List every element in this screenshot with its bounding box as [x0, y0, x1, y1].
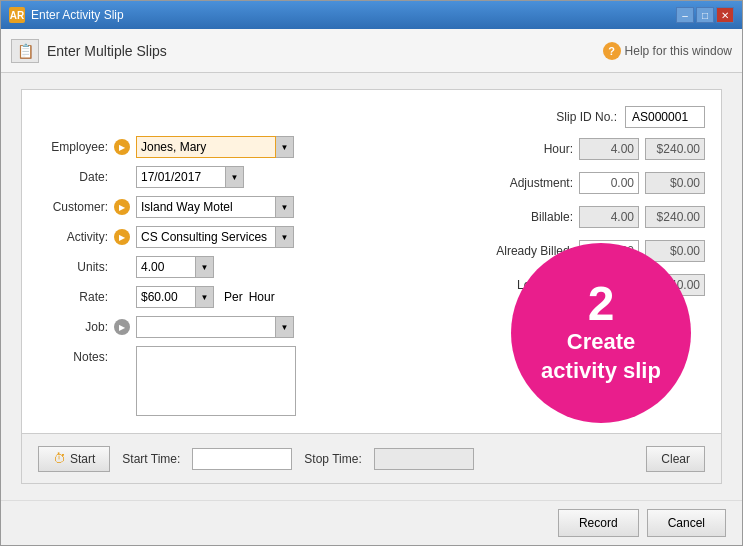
- employee-label: Employee:: [38, 140, 108, 154]
- job-row: Job: ▶ ▼: [38, 316, 455, 338]
- slip-id-input[interactable]: [625, 106, 705, 128]
- units-dropdown-arrow[interactable]: ▼: [196, 256, 214, 278]
- employee-row: Employee: ▶ ▼: [38, 136, 455, 158]
- slip-id-label: Slip ID No.:: [556, 110, 617, 124]
- rate-dropdown-arrow[interactable]: ▼: [196, 286, 214, 308]
- already-billed-label: Already Billed:: [483, 244, 573, 258]
- toolbar-icon: 📋: [11, 39, 39, 63]
- start-label: Start: [70, 452, 95, 466]
- adjustment-value[interactable]: [579, 172, 639, 194]
- activity-dropdown-arrow[interactable]: ▼: [276, 226, 294, 248]
- notes-textarea[interactable]: [136, 346, 296, 416]
- activity-row: Activity: ▶ ▼: [38, 226, 455, 248]
- start-time-label: Start Time:: [122, 452, 180, 466]
- toolbar-left: 📋 Enter Multiple Slips: [11, 39, 167, 63]
- left-to-bill-value: [579, 274, 639, 296]
- units-combo: ▼: [136, 256, 214, 278]
- notes-row: Notes:: [38, 346, 455, 419]
- footer: Record Cancel: [1, 500, 742, 545]
- customer-combo: ▼: [136, 196, 294, 218]
- date-label: Date:: [38, 170, 108, 184]
- rate-combo: ▼: [136, 286, 214, 308]
- window-title: Enter Activity Slip: [31, 8, 124, 22]
- rate-row: Rate: ▼ Per Hour: [38, 286, 455, 308]
- activity-nav-arrow[interactable]: ▶: [114, 229, 130, 245]
- units-label: Units:: [38, 260, 108, 274]
- left-to-bill-amount: [645, 274, 705, 296]
- employee-combo: ▼: [136, 136, 294, 158]
- per-label: Per: [224, 290, 243, 304]
- billable-value: [579, 206, 639, 228]
- hour-amount: [645, 138, 705, 160]
- already-billed-row: Already Billed:: [475, 238, 705, 264]
- left-form: Employee: ▶ ▼ Date: ▼: [38, 136, 455, 423]
- already-billed-value[interactable]: [579, 240, 639, 262]
- adjustment-label: Adjustment:: [483, 176, 573, 190]
- maximize-button[interactable]: □: [696, 7, 714, 23]
- customer-dropdown-arrow[interactable]: ▼: [276, 196, 294, 218]
- app-icon: AR: [9, 7, 25, 23]
- adjustment-row: Adjustment:: [475, 170, 705, 196]
- activity-combo: ▼: [136, 226, 294, 248]
- already-billed-amount: [645, 240, 705, 262]
- help-label: Help for this window: [625, 44, 732, 58]
- activity-label: Activity:: [38, 230, 108, 244]
- per-unit-label: Hour: [249, 290, 275, 304]
- toolbar: 📋 Enter Multiple Slips ? Help for this w…: [1, 29, 742, 73]
- date-row: Date: ▼: [38, 166, 455, 188]
- customer-nav-arrow[interactable]: ▶: [114, 199, 130, 215]
- start-time-input[interactable]: [192, 448, 292, 470]
- rate-label: Rate:: [38, 290, 108, 304]
- notes-spacer: [136, 346, 296, 419]
- start-button[interactable]: ⏱ Start: [38, 446, 110, 472]
- employee-input[interactable]: [136, 136, 276, 158]
- clock-icon: ⏱: [53, 451, 66, 466]
- clear-button[interactable]: Clear: [646, 446, 705, 472]
- billable-amount: [645, 206, 705, 228]
- units-row: Units: ▼: [38, 256, 455, 278]
- hour-row: Hour:: [475, 136, 705, 162]
- hour-label: Hour:: [483, 142, 573, 156]
- left-to-bill-row: Left to Bill:: [475, 272, 705, 298]
- customer-input[interactable]: [136, 196, 276, 218]
- customer-label: Customer:: [38, 200, 108, 214]
- date-input[interactable]: [136, 166, 226, 188]
- main-window: AR Enter Activity Slip – □ ✕ 📋 Enter Mul…: [0, 0, 743, 546]
- job-nav-arrow[interactable]: ▶: [114, 319, 130, 335]
- main-panel: Slip ID No.: Employee: ▶ ▼: [21, 89, 722, 484]
- form-section: Employee: ▶ ▼ Date: ▼: [38, 136, 705, 423]
- employee-nav-arrow[interactable]: ▶: [114, 139, 130, 155]
- help-icon: ?: [603, 42, 621, 60]
- title-bar-left: AR Enter Activity Slip: [9, 7, 124, 23]
- stop-time-input[interactable]: [374, 448, 474, 470]
- job-label: Job:: [38, 320, 108, 334]
- toolbar-title: Enter Multiple Slips: [47, 43, 167, 59]
- left-to-bill-label: Left to Bill:: [483, 278, 573, 292]
- minimize-button[interactable]: –: [676, 7, 694, 23]
- help-button[interactable]: ? Help for this window: [603, 42, 732, 60]
- job-input[interactable]: [136, 316, 276, 338]
- employee-dropdown-arrow[interactable]: ▼: [276, 136, 294, 158]
- units-input[interactable]: [136, 256, 196, 278]
- close-button[interactable]: ✕: [716, 7, 734, 23]
- job-combo: ▼: [136, 316, 294, 338]
- right-form: Hour: Adjustment: Billable:: [475, 136, 705, 423]
- notes-label: Notes:: [38, 350, 108, 364]
- title-bar-controls: – □ ✕: [676, 7, 734, 23]
- date-dropdown-arrow[interactable]: ▼: [226, 166, 244, 188]
- billable-row: Billable:: [475, 204, 705, 230]
- title-bar: AR Enter Activity Slip – □ ✕: [1, 1, 742, 29]
- slip-id-row: Slip ID No.:: [38, 106, 705, 128]
- hour-value: [579, 138, 639, 160]
- billable-label: Billable:: [483, 210, 573, 224]
- stop-time-label: Stop Time:: [304, 452, 361, 466]
- job-dropdown-arrow[interactable]: ▼: [276, 316, 294, 338]
- date-combo: ▼: [136, 166, 244, 188]
- activity-input[interactable]: [136, 226, 276, 248]
- rate-input[interactable]: [136, 286, 196, 308]
- record-button[interactable]: Record: [558, 509, 639, 537]
- customer-row: Customer: ▶ ▼: [38, 196, 455, 218]
- adjustment-amount: [645, 172, 705, 194]
- bottom-bar: ⏱ Start Start Time: Stop Time: Clear: [22, 433, 721, 483]
- cancel-button[interactable]: Cancel: [647, 509, 726, 537]
